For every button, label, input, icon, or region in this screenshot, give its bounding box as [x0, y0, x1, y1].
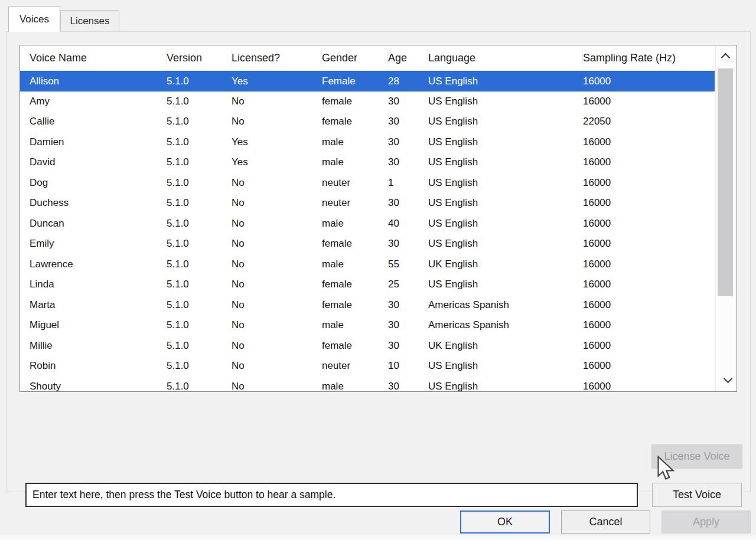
sample-text-input[interactable] [25, 483, 638, 507]
cell-name: Robin [30, 356, 167, 377]
test-voice-button[interactable]: Test Voice [652, 483, 742, 507]
bottom-edge-highlight [0, 534, 756, 540]
cell-age: 30 [388, 295, 428, 316]
cell-gender: neuter [322, 173, 388, 194]
cell-gender: neuter [322, 193, 388, 214]
cell-name: Emily [30, 234, 167, 254]
cell-name: Shouty [30, 377, 167, 392]
cell-version: 5.1.0 [167, 91, 232, 112]
mouse-cursor-icon [657, 456, 674, 482]
column-header-language[interactable]: Language [428, 49, 583, 67]
cell-age: 30 [388, 132, 428, 153]
cell-licensed: Yes [232, 152, 322, 173]
cell-licensed: No [232, 193, 322, 214]
column-header-rate[interactable]: Sampling Rate (Hz) [583, 49, 715, 67]
cell-licensed: No [232, 274, 322, 295]
cell-gender: male [322, 315, 388, 336]
voices-tab-page: Voice NameVersionLicensed?GenderAgeLangu… [6, 31, 751, 492]
voice-list-rows: Allison5.1.0YesFemale28US English16000Am… [20, 71, 715, 391]
table-row[interactable]: Amy5.1.0Nofemale30US English16000 [20, 91, 715, 112]
cell-rate: 16000 [583, 234, 715, 254]
table-row[interactable]: Linda5.1.0Nofemale25US English16000 [20, 274, 715, 295]
table-row[interactable]: Lawrence5.1.0Nomale55UK English16000 [20, 254, 715, 275]
cell-language: UK English [428, 336, 583, 356]
voice-list-header: Voice NameVersionLicensed?GenderAgeLangu… [20, 45, 715, 71]
cell-version: 5.1.0 [167, 152, 232, 173]
cell-gender: neuter [322, 356, 388, 377]
table-row[interactable]: Shouty5.1.0Nomale30US English16000 [20, 377, 715, 392]
column-header-version[interactable]: Version [167, 49, 232, 67]
cell-rate: 16000 [583, 214, 715, 234]
column-header-age[interactable]: Age [388, 49, 428, 67]
table-row[interactable]: David5.1.0Yesmale30US English16000 [20, 152, 715, 173]
cell-gender: female [322, 112, 388, 132]
cell-language: UK English [428, 254, 583, 275]
table-row[interactable]: Marta5.1.0Nofemale30Americas Spanish1600… [20, 295, 715, 316]
table-row[interactable]: Miguel5.1.0Nomale30Americas Spanish16000 [20, 315, 715, 336]
cell-language: US English [428, 274, 583, 295]
cell-language: US English [428, 71, 583, 91]
table-row[interactable]: Robin5.1.0Noneuter10US English16000 [20, 356, 715, 377]
table-row[interactable]: Callie5.1.0Nofemale30US English22050 [20, 112, 715, 132]
cell-version: 5.1.0 [167, 295, 232, 316]
table-row[interactable]: Damien5.1.0Yesmale30US English16000 [20, 132, 715, 153]
scrollbar-thumb[interactable] [718, 68, 733, 296]
cell-language: US English [428, 152, 583, 173]
column-header-gender[interactable]: Gender [322, 49, 388, 67]
cell-language: US English [428, 132, 583, 153]
table-row[interactable]: Millie5.1.0Nofemale30UK English16000 [20, 336, 715, 356]
cell-age: 30 [388, 315, 428, 336]
cell-gender: male [322, 132, 388, 153]
cell-age: 40 [388, 214, 428, 234]
cell-version: 5.1.0 [167, 254, 232, 275]
cell-version: 5.1.0 [167, 71, 232, 91]
column-header-name[interactable]: Voice Name [30, 49, 167, 67]
cell-language: US English [428, 173, 583, 194]
cell-licensed: No [232, 173, 322, 194]
cell-gender: Female [322, 71, 388, 91]
table-row[interactable]: Allison5.1.0YesFemale28US English16000 [20, 71, 715, 91]
cell-name: Allison [30, 71, 167, 91]
cell-language: US English [428, 91, 583, 112]
table-row[interactable]: Duncan5.1.0Nomale40US English16000 [20, 214, 715, 234]
cell-rate: 16000 [583, 356, 715, 377]
column-header-licensed[interactable]: Licensed? [232, 49, 322, 67]
cell-name: David [30, 152, 167, 173]
cell-language: US English [428, 356, 583, 377]
cell-language: US English [428, 214, 583, 234]
tab-licenses[interactable]: Licenses [60, 10, 119, 32]
tab-voices[interactable]: Voices [8, 6, 60, 32]
cell-age: 30 [388, 234, 428, 254]
vertical-scrollbar[interactable] [715, 45, 737, 391]
cell-licensed: No [232, 315, 322, 336]
chevron-up-icon [721, 53, 730, 62]
table-row[interactable]: Emily5.1.0Nofemale30US English16000 [20, 234, 715, 254]
cell-licensed: No [232, 295, 322, 316]
cell-version: 5.1.0 [167, 234, 232, 254]
scroll-up-button[interactable] [716, 45, 737, 67]
cell-name: Lawrence [30, 254, 167, 275]
cancel-button[interactable]: Cancel [561, 510, 650, 534]
cell-version: 5.1.0 [167, 132, 232, 153]
cell-name: Damien [30, 132, 167, 153]
apply-button[interactable]: Apply [662, 510, 751, 534]
cell-gender: female [322, 234, 388, 254]
ok-button[interactable]: OK [460, 510, 550, 534]
cell-name: Dog [30, 173, 167, 194]
voices-dialog: Voices Licenses Voice NameVersionLicense… [0, 0, 756, 540]
table-row[interactable]: Dog5.1.0Noneuter1US English16000 [20, 173, 715, 194]
cell-rate: 16000 [583, 91, 715, 112]
cell-version: 5.1.0 [167, 377, 232, 392]
cell-age: 1 [388, 173, 428, 194]
cell-gender: male [322, 254, 388, 275]
scroll-down-button[interactable] [716, 369, 737, 390]
cell-age: 25 [388, 274, 428, 295]
cell-version: 5.1.0 [167, 315, 232, 336]
cell-gender: female [322, 295, 388, 316]
table-row[interactable]: Duchess5.1.0Noneuter30US English16000 [20, 193, 715, 214]
cell-name: Callie [30, 112, 167, 132]
cell-rate: 16000 [583, 336, 715, 356]
cell-age: 30 [388, 112, 428, 132]
chevron-down-icon [723, 374, 732, 383]
cell-language: US English [428, 234, 583, 254]
